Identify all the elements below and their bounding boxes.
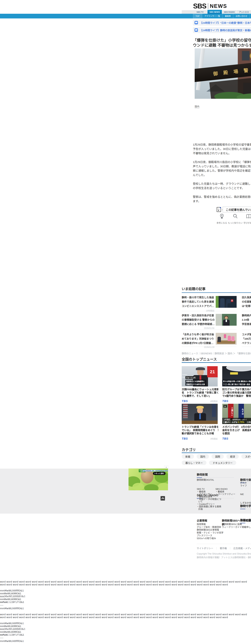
- live-ticker-item[interactable]: ! 【24時間ライブ】静岡の放送局が東京・新橋のいまを絶賛配信中: [193, 27, 251, 33]
- body-line: ます。: [193, 199, 251, 203]
- category-pill-international[interactable]: 国際: [212, 454, 224, 459]
- nav-program-guide[interactable]: 番組表: [222, 14, 233, 18]
- nav-contact[interactable]: お問い合わせ: [233, 14, 250, 18]
- footer-tagline: 静岡県内の情報が満載！アットエスは静岡新聞社・静岡放送が運営する公式サイトです。: [197, 556, 251, 559]
- topic-item[interactable]: 静岡県内私 2.34倍 学 学芸普通科: [242, 313, 251, 326]
- footer-link[interactable]: ・パーソナリティー: [216, 493, 235, 496]
- topic-title-line: の任意聴取: [242, 300, 251, 304]
- news-card[interactable]: 21 Policies Century ウォーシュ氏 理事時代には金融緩和に 消…: [182, 366, 218, 403]
- article-title: 「爆弾を仕掛けた」小学校の留守電に爆 ウンドに避難 不審物は見つからず＝静岡: [193, 38, 251, 48]
- reaction-more-button[interactable]: もっと知りたい: [228, 213, 242, 224]
- news-card-image[interactable]: 21 Policies Century ウォーシュ氏 理事時代には金融緩和に 消…: [182, 366, 218, 386]
- news-card-title[interactable]: 犯行グループは千葉方向へ逃げ ゴン車の所有者は暴力団関係者 で4億円余り強盗か …: [222, 388, 251, 398]
- footer-link[interactable]: 静岡新聞SBSに投稿: [222, 523, 251, 526]
- footer-link[interactable]: しずおか仕事図: [240, 502, 251, 504]
- footer-link[interactable]: ライフ: [240, 484, 247, 487]
- ad-banner[interactable]: くるちゃんさんぽ 大変なのは夏の暑さだけじゃない!? 焼津市の梨農家 ＞もっと読…: [128, 468, 168, 490]
- footer-link[interactable]: 静岡新聞SBS災害情報: [197, 528, 224, 532]
- nav-top[interactable]: TOP: [193, 14, 202, 18]
- footer-link[interactable]: ・番組表: [216, 490, 235, 493]
- footer-policy-links: サイトポリシー｜ 著作権｜ 広告掲載・メディア資料｜ お問い合わせ・ヘルプ｜: [197, 546, 251, 550]
- footer-link[interactable]: 新聞・テレビ・ラジオ見学: [197, 532, 224, 534]
- font-test-glyphs-sans2: mmMwWLliI0fiflO&1: [0, 592, 251, 595]
- news-card-caption: 理事時代には金融緩和に: [185, 380, 206, 383]
- category-pill-life-money[interactable]: 暮らし・マネー: [182, 460, 206, 465]
- feedback-prompt-bubble: この記事を読んでいかがで: [223, 207, 251, 212]
- news-card[interactable]: 男らは現金を奪った後 運転役の人物がいる ワゴン車に乗り換え千葉方面へ逃走 犯行…: [222, 366, 251, 403]
- footer-link[interactable]: ・視聴データの取扱につ: [197, 498, 221, 500]
- service-tabs: SBS TV SBS NEWS SBS RADIO アットエス: [182, 10, 251, 14]
- site-logo[interactable]: SBS NEWS: [193, 2, 227, 10]
- topic-item[interactable]: 伊東市・田久保前市長が任意 の事情聴取受ける 警察からの 要請に応じる 学歴詐称…: [182, 313, 215, 330]
- footer-link[interactable]: SDGsへの取り組み: [197, 537, 224, 540]
- topic-thumbnail[interactable]: [216, 314, 236, 326]
- news-card[interactable]: トランプ大統領「イランは合意を望ん でいる」 核開発問題をめぐり 軍事行 動が選…: [182, 404, 218, 440]
- reaction-helpful-button[interactable]: 参考になる: [215, 213, 228, 224]
- footer-link[interactable]: 広告掲載・メディア資料: [233, 546, 251, 550]
- font-test-glyphs-sans: mmMwWLliI0fiflO&1: [0, 589, 251, 592]
- body-line: 不審物は発見されていません。: [193, 151, 251, 156]
- footer-subheading: SBS TV: [197, 488, 204, 490]
- footer-link[interactable]: ・番組放送基準: [197, 496, 221, 498]
- logo-divider: [208, 3, 208, 9]
- font-test-glyphs-sans2: mmMwWLliI0fiflO&1: [0, 625, 251, 628]
- footer-link[interactable]: NIE: [240, 493, 244, 496]
- footer-link[interactable]: ウィークリーガイド掲載申し込み: [222, 526, 251, 529]
- footer-link[interactable]: 静岡新聞DIGITAL: [197, 479, 214, 481]
- row-divider: [182, 311, 236, 311]
- footer-link[interactable]: Futureしずおか: [240, 504, 251, 507]
- topic-thumbnail[interactable]: [216, 333, 236, 345]
- section-divider: [182, 292, 251, 293]
- category-pill-economy[interactable]: 経済: [226, 454, 239, 459]
- footer-link[interactable]: ・国民保護に関する業務: [197, 505, 221, 508]
- footer-link[interactable]: グルメ: [240, 482, 247, 484]
- footer-link[interactable]: 著作権: [220, 546, 227, 550]
- nav-announcers[interactable]: アナウンサー一覧: [202, 14, 223, 18]
- source-tbs-logo: TBS: [222, 437, 228, 440]
- tab-sbs-news[interactable]: SBS NEWS: [208, 10, 222, 14]
- footer-link[interactable]: 計画: [197, 508, 221, 510]
- footer-link[interactable]: ・Cookieポリシー: [197, 503, 221, 505]
- tab-sbs-radio[interactable]: SBS RADIO: [222, 10, 237, 14]
- category-pill-row: 新着 国内 国際 経済 スポーツ: [182, 454, 251, 459]
- category-link-domestic[interactable]: 国内: [195, 105, 199, 108]
- topic-item[interactable]: 「去年よりも早く桜が咲き始 めております」河津桜まつり の関係者がPR 2月7日…: [182, 332, 215, 348]
- tab-at-s[interactable]: アットエス: [237, 10, 251, 14]
- news-card-title[interactable]: トランプ大統領「イランは合意を望ん でいる」 核開発問題をめぐり 軍事行 動が選…: [182, 425, 218, 435]
- source-tbs-logo: TBS: [182, 437, 188, 440]
- footer-link[interactable]: イベント: [240, 479, 249, 481]
- news-card-image[interactable]: [182, 404, 218, 424]
- paragraph: 1月29日夜、静岡県御殿場市の小学校の留守番電話に 予告が入っていました。30日…: [193, 142, 251, 156]
- topic-item[interactable]: 静岡・掛川市で発生した強盗 事件で逃走していた男を逮捕 コンビニエンスストアでパ…: [182, 295, 215, 312]
- footer-link[interactable]: プレスリリース: [197, 534, 224, 537]
- ad-read-more-button[interactable]: ＞もっと読む: [153, 472, 166, 475]
- news-card-title[interactable]: 次期FRB議長にウォーシュ元理事を指 名 トランプ大統領「非常に賢く、と ても優…: [182, 388, 218, 398]
- footer-link[interactable]: いて: [197, 500, 221, 503]
- news-card-image[interactable]: 男らは現金を奪った後 運転役の人物がいる ワゴン車に乗り換え千葉方面へ逃走: [222, 366, 251, 386]
- topic-item[interactable]: コメダ珈琲 「100万円 ベテラン店: [242, 332, 251, 345]
- font-test-glyphs-serif: mmMwWLliI0fiflO&1: [0, 595, 251, 598]
- news-card-title[interactable]: メガバンク3行 2月の住宅ロー 金利を引き上げ 長期金利の上 な要因: [222, 425, 251, 435]
- font-test-glyphs-sans3: mmMwWLliI0fiflO&1: [0, 630, 251, 634]
- tab-sbs-tv[interactable]: SBS TV: [193, 10, 208, 14]
- reaction-learned-button[interactable]: 学びがある: [242, 213, 251, 224]
- category-pill-domestic[interactable]: 国内: [196, 454, 209, 459]
- news-card-logo-21: 21: [207, 366, 218, 377]
- category-pill-documentary[interactable]: ドキュメンタリー: [209, 460, 236, 465]
- news-card-image[interactable]: ▶ 三菱UFJ みずほ 10年固定 （最優遇金利・2月～） 三菱UFJ・みずほ …: [222, 404, 251, 424]
- live-ticker-item[interactable]: ! 【24時間ライブ】“日本一の絶景”静岡・日本平から見た富士山: [193, 20, 251, 26]
- topic-title-line: の事情聴取受ける 警察からの: [182, 318, 215, 322]
- paragraph: 1月29日夜、御殿場市川島田の小学校に「爆弾を仕掛 声で入っていました。30日朝…: [193, 160, 251, 177]
- footer-link[interactable]: グループ会社・関連団体: [197, 526, 224, 529]
- body-line: 声で入っていました。30日朝、教諭が電話に残された: [193, 164, 251, 168]
- category-pill-sports[interactable]: スポーツ: [241, 454, 251, 459]
- footer-link[interactable]: サイトポリシー: [197, 546, 213, 550]
- category-pill-new[interactable]: 新着: [182, 454, 194, 459]
- topic-title-line: 2.34倍 学: [242, 318, 251, 322]
- news-card[interactable]: ▶ 三菱UFJ みずほ 10年固定 （最優遇金利・2月～） 三菱UFJ・みずほ …: [222, 404, 251, 440]
- topic-item[interactable]: 田久保真紀 の任意聴取 は“犯罪と: [242, 295, 251, 308]
- footer-link[interactable]: 採用情報: [197, 523, 224, 526]
- breadcrumb[interactable]: 静岡のニュース｜SBSNEWS｜静岡放送 ＞ 国内 ＞ 「爆弾を仕掛けた」小学校…: [182, 352, 251, 355]
- scroll-to-top-button[interactable]: [160, 496, 165, 500]
- topic-thumbnail[interactable]: 50: [216, 296, 236, 308]
